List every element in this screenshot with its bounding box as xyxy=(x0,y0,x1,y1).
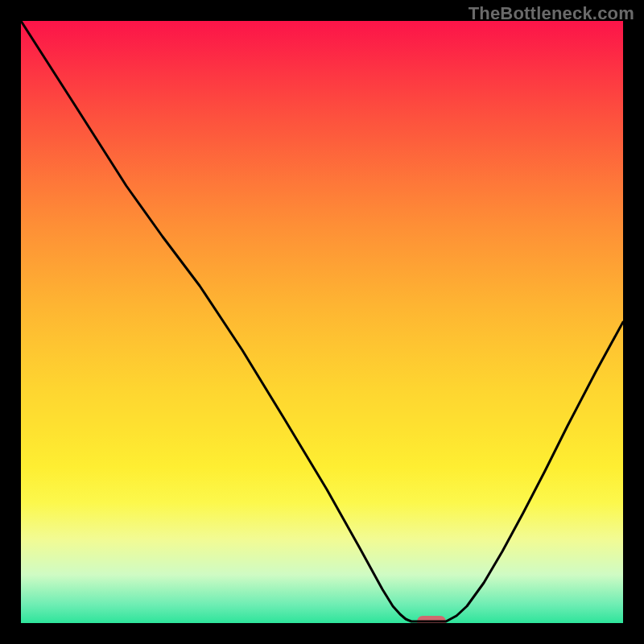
watermark-text: TheBottleneck.com xyxy=(469,3,634,24)
plot-area xyxy=(21,21,623,623)
curve-layer xyxy=(21,21,623,623)
chart-frame: TheBottleneck.com xyxy=(0,0,644,644)
bottleneck-curve xyxy=(21,21,623,621)
